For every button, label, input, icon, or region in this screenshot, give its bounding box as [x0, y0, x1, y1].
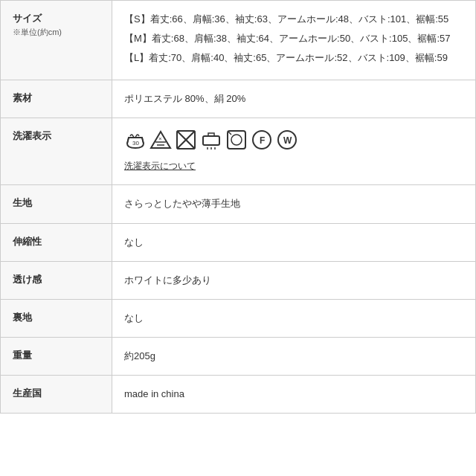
iron-icon — [200, 129, 222, 151]
table-row: 裏地なし — [1, 299, 476, 337]
row-value-7: 約205g — [124, 350, 155, 361]
table-row: 生地さらっとしたやや薄手生地 — [1, 185, 476, 223]
svg-text:W: W — [283, 135, 292, 146]
row-label-6: 裏地 — [13, 312, 32, 323]
wash-info-link[interactable]: 洗濯表示について — [124, 158, 196, 173]
row-value-8: made in china — [124, 388, 184, 399]
row-label-2: 洗濯表示 — [13, 130, 51, 141]
value-cell-1: ポリエステル 80%、絹 20% — [112, 80, 476, 118]
row-value-4: なし — [124, 237, 144, 248]
value-cell-7: 約205g — [112, 337, 476, 375]
svg-rect-11 — [208, 133, 214, 136]
product-details-table: サイズ※単位(約cm)【S】着丈:66、肩幅:36、袖丈:63、アームホール:4… — [0, 0, 476, 414]
table-row: 洗濯表示 30 × — [1, 118, 476, 185]
label-cell-5: 透け感 — [1, 261, 112, 299]
row-label-3: 生地 — [13, 197, 32, 208]
label-cell-0: サイズ※単位(約cm) — [1, 1, 112, 80]
row-value-6: なし — [124, 312, 144, 324]
size-line-0: 【S】着丈:66、肩幅:36、袖丈:63、アームホール:48、バスト:101、裾… — [124, 11, 463, 28]
label-cell-4: 伸縮性 — [1, 223, 112, 261]
table-row: 素材ポリエステル 80%、絹 20% — [1, 80, 476, 118]
svg-line-1 — [142, 138, 144, 144]
svg-text:F: F — [260, 135, 265, 146]
row-label-sub-0: ※単位(約cm) — [13, 26, 100, 39]
dry-clean-icon — [175, 129, 197, 151]
row-value-5: ホワイトに多少あり — [124, 274, 211, 286]
svg-text:30: 30 — [132, 140, 139, 147]
value-cell-0: 【S】着丈:66、肩幅:36、袖丈:63、アームホール:48、バスト:101、裾… — [112, 1, 476, 80]
table-row: 生産国made in china — [1, 375, 476, 413]
table-row: サイズ※単位(約cm)【S】着丈:66、肩幅:36、袖丈:63、アームホール:4… — [1, 1, 476, 80]
label-cell-8: 生産国 — [1, 375, 112, 413]
professional-clean-icon: W — [276, 129, 298, 151]
svg-point-16 — [231, 135, 242, 145]
row-label-8: 生産国 — [13, 387, 42, 399]
row-value-3: さらっとしたやや薄手生地 — [124, 198, 240, 209]
value-cell-5: ホワイトに多少あり — [112, 261, 476, 299]
svg-text:×: × — [158, 135, 162, 142]
wash-tub-icon: 30 — [124, 129, 147, 151]
label-cell-3: 生地 — [1, 185, 112, 223]
value-cell-2: 30 × — [112, 118, 476, 185]
size-line-1: 【M】着丈:68、肩幅:38、袖丈:64、アームホール:50、バスト:105、裾… — [124, 30, 463, 47]
row-label-4: 伸縮性 — [13, 236, 42, 247]
row-label-5: 透け感 — [13, 274, 42, 285]
bleach-icon: × — [149, 129, 172, 151]
value-cell-3: さらっとしたやや薄手生地 — [112, 185, 476, 223]
table-row: 透け感ホワイトに多少あり — [1, 261, 476, 299]
size-line-2: 【L】着丈:70、肩幅:40、袖丈:65、アームホール:52、バスト:109、裾… — [124, 50, 463, 66]
label-cell-6: 裏地 — [1, 299, 112, 337]
svg-rect-10 — [203, 136, 219, 145]
value-cell-6: なし — [112, 299, 476, 337]
table-row: 重量約205g — [1, 337, 476, 375]
wash-symbols-row: 30 × — [124, 129, 463, 151]
tumble-dry-icon — [225, 129, 248, 151]
table-row: 伸縮性なし — [1, 223, 476, 261]
value-cell-4: なし — [112, 223, 476, 261]
row-label-7: 重量 — [13, 350, 32, 361]
row-value-1: ポリエステル 80%、絹 20% — [124, 93, 245, 104]
label-cell-7: 重量 — [1, 337, 112, 375]
label-cell-1: 素材 — [1, 80, 112, 118]
row-label-1: 素材 — [13, 92, 32, 103]
row-label-0: サイズ — [13, 13, 42, 24]
value-cell-8: made in china — [112, 375, 476, 413]
label-cell-2: 洗濯表示 — [1, 118, 112, 185]
natural-dry-icon: F — [251, 129, 273, 151]
svg-line-0 — [127, 138, 129, 144]
